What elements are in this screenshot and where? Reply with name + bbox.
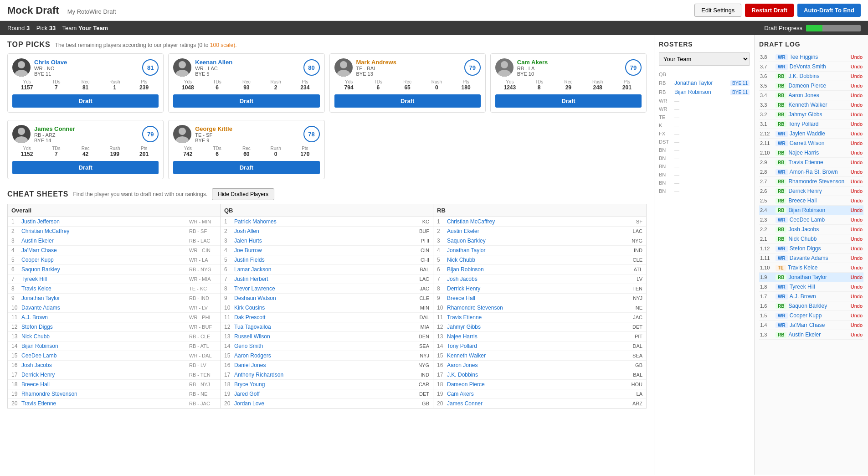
hide-drafted-button[interactable]: Hide Drafted Players xyxy=(212,188,274,200)
cheat-player-name[interactable]: Rhamondre Stevenson xyxy=(447,305,620,311)
undo-button[interactable]: Undo xyxy=(851,169,863,175)
cheat-player-name[interactable]: Deshaun Watson xyxy=(234,295,406,301)
roster-player-name[interactable]: Bijan Robinson xyxy=(674,89,728,95)
undo-button[interactable]: Undo xyxy=(851,332,863,337)
cheat-player-name[interactable]: Travis Etienne xyxy=(447,314,620,321)
cheat-player-name[interactable]: Austin Ekeler xyxy=(21,238,189,244)
undo-button[interactable]: Undo xyxy=(851,294,863,299)
cheat-player-name[interactable]: CeeDee Lamb xyxy=(21,352,189,359)
cheat-player-name[interactable]: Jalen Hurts xyxy=(234,238,406,244)
cheat-player-name[interactable]: Nick Chubb xyxy=(447,257,620,263)
undo-button[interactable]: Undo xyxy=(851,227,863,232)
undo-button[interactable]: Undo xyxy=(851,188,863,194)
cheat-player-name[interactable]: Bijan Robinson xyxy=(21,343,189,349)
edit-settings-button[interactable]: Edit Settings xyxy=(694,4,741,17)
cheat-player-name[interactable]: Stefon Diggs xyxy=(21,324,189,330)
cheat-player-name[interactable]: Anthony Richardson xyxy=(234,372,406,378)
cheat-player-name[interactable]: Christian McCaffrey xyxy=(21,228,189,234)
undo-button[interactable]: Undo xyxy=(851,255,863,261)
cheat-player-name[interactable]: Bijan Robinson xyxy=(447,266,620,273)
cheat-player-name[interactable]: Tua Tagovailoa xyxy=(234,324,406,330)
cheat-player-name[interactable]: Ja'Marr Chase xyxy=(21,247,189,254)
undo-button[interactable]: Undo xyxy=(851,131,863,136)
cheat-player-name[interactable]: Jonathan Taylor xyxy=(21,295,189,301)
cheat-player-name[interactable]: Derrick Henry xyxy=(21,372,189,378)
cheat-player-name[interactable]: Dameon Pierce xyxy=(447,381,620,388)
cheat-player-name[interactable]: Travis Kelce xyxy=(21,285,189,292)
cheat-player-name[interactable]: Josh Jacobs xyxy=(447,276,620,282)
autodraft-button[interactable]: Auto-Draft To End xyxy=(797,4,861,17)
cheat-player-name[interactable]: Tyreek Hill xyxy=(21,276,189,282)
cheat-player-name[interactable]: Trevor Lawrence xyxy=(234,285,406,292)
cheat-player-name[interactable]: J.K. Dobbins xyxy=(447,372,620,378)
team-select[interactable]: Your Team xyxy=(659,52,750,66)
cheat-player-name[interactable]: Lamar Jackson xyxy=(234,266,406,273)
undo-button[interactable]: Undo xyxy=(851,150,863,155)
cheat-player-name[interactable]: Najee Harris xyxy=(447,333,620,340)
undo-button[interactable]: Undo xyxy=(851,313,863,318)
cheat-player-name[interactable]: Cooper Kupp xyxy=(21,257,189,263)
undo-button[interactable]: Undo xyxy=(851,121,863,127)
cheat-player-name[interactable]: Justin Fields xyxy=(234,257,406,263)
cheat-player-name[interactable]: Daniel Jones xyxy=(234,362,406,368)
cheat-player-name[interactable]: Christian McCaffrey xyxy=(447,218,620,225)
draft-button[interactable]: Draft xyxy=(495,94,642,108)
cheat-player-name[interactable]: Breece Hall xyxy=(447,295,620,301)
undo-button[interactable]: Undo xyxy=(851,246,863,251)
undo-button[interactable]: Undo xyxy=(851,322,863,328)
cheat-player-name[interactable]: Aaron Rodgers xyxy=(234,352,406,359)
undo-button[interactable]: Undo xyxy=(851,274,863,280)
cheat-player-name[interactable]: Josh Allen xyxy=(234,228,406,234)
draft-button[interactable]: Draft xyxy=(173,94,319,108)
cheat-player-name[interactable]: Jonathan Taylor xyxy=(447,247,620,254)
cheat-player-name[interactable]: Russell Wilson xyxy=(234,333,406,340)
draft-button[interactable]: Draft xyxy=(334,94,481,108)
cheat-player-name[interactable]: Austin Ekeler xyxy=(447,228,620,234)
cheat-player-name[interactable]: Jared Goff xyxy=(234,391,406,397)
cheat-player-name[interactable]: Dak Prescott xyxy=(234,314,406,321)
undo-button[interactable]: Undo xyxy=(851,73,863,79)
cheat-player-name[interactable]: Tony Pollard xyxy=(447,343,620,349)
draft-button[interactable]: Draft xyxy=(173,161,319,174)
cheat-player-name[interactable]: Jahmyr Gibbs xyxy=(447,324,620,330)
cheat-player-name[interactable]: Kirk Cousins xyxy=(234,305,406,311)
cheat-player-name[interactable]: James Conner xyxy=(447,400,620,407)
undo-button[interactable]: Undo xyxy=(851,284,863,290)
cheat-player-name[interactable]: Saquon Barkley xyxy=(447,238,620,244)
cheat-player-name[interactable]: Josh Jacobs xyxy=(21,362,189,368)
roster-player-name[interactable]: Jonathan Taylor xyxy=(674,80,728,86)
undo-button[interactable]: Undo xyxy=(851,93,863,98)
cheat-player-name[interactable]: Geno Smith xyxy=(234,343,406,349)
cheat-player-name[interactable]: Aaron Jones xyxy=(447,362,620,368)
cheat-player-name[interactable]: Derrick Henry xyxy=(447,285,620,292)
undo-button[interactable]: Undo xyxy=(851,303,863,309)
cheat-player-name[interactable]: Davante Adams xyxy=(21,305,189,311)
cheat-player-name[interactable]: Travis Etienne xyxy=(21,400,189,407)
cheat-player-name[interactable]: Breece Hall xyxy=(21,381,189,388)
draft-button[interactable]: Draft xyxy=(12,161,159,174)
cheat-player-name[interactable]: Justin Jefferson xyxy=(21,218,189,225)
draft-button[interactable]: Draft xyxy=(12,94,159,108)
cheat-player-name[interactable]: Patrick Mahomes xyxy=(234,218,406,225)
undo-button[interactable]: Undo xyxy=(851,160,863,165)
cheat-player-name[interactable]: A.J. Brown xyxy=(21,314,189,321)
undo-button[interactable]: Undo xyxy=(851,83,863,88)
cheat-player-name[interactable]: Justin Herbert xyxy=(234,276,406,282)
undo-button[interactable]: Undo xyxy=(851,112,863,117)
undo-button[interactable]: Undo xyxy=(851,64,863,69)
cheat-player-name[interactable]: Bryce Young xyxy=(234,381,406,388)
restart-draft-button[interactable]: Restart Draft xyxy=(745,4,794,17)
cheat-player-name[interactable]: Jordan Love xyxy=(234,400,406,407)
cheat-player-name[interactable]: Saquon Barkley xyxy=(21,266,189,273)
undo-button[interactable]: Undo xyxy=(851,102,863,108)
undo-button[interactable]: Undo xyxy=(851,54,863,60)
undo-button[interactable]: Undo xyxy=(851,236,863,242)
undo-button[interactable]: Undo xyxy=(851,217,863,222)
cheat-player-name[interactable]: Kenneth Walker xyxy=(447,352,620,359)
undo-button[interactable]: Undo xyxy=(851,198,863,203)
undo-button[interactable]: Undo xyxy=(851,179,863,184)
cheat-player-name[interactable]: Joe Burrow xyxy=(234,247,406,254)
cheat-player-name[interactable]: Nick Chubb xyxy=(21,333,189,340)
undo-button[interactable]: Undo xyxy=(851,140,863,146)
cheat-player-name[interactable]: Cam Akers xyxy=(447,391,620,397)
